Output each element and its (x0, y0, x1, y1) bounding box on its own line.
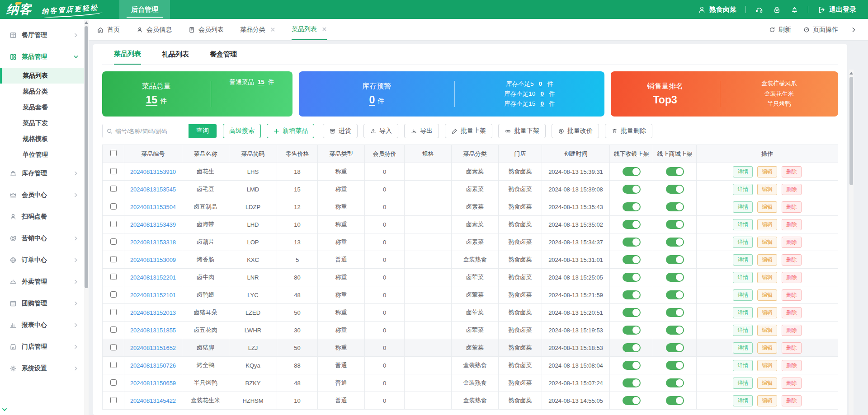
detail-button[interactable]: 详情 (733, 219, 753, 230)
offline-pos-toggle[interactable] (623, 396, 641, 405)
export-button[interactable]: 导出 (404, 124, 439, 138)
online-mall-toggle[interactable] (666, 220, 684, 229)
tab-member-info[interactable]: 会员信息 (136, 19, 172, 40)
sidebar-item-reports[interactable]: 报表中心 (0, 314, 84, 336)
advanced-search-button[interactable]: 高级搜索 (223, 124, 261, 138)
dish-id-link[interactable]: 20240813152013 (130, 309, 176, 316)
subtab-gift-list[interactable]: 礼品列表 (162, 44, 189, 65)
detail-button[interactable]: 详情 (733, 254, 753, 266)
logout-button[interactable]: 退出登录 (817, 5, 856, 14)
offline-pos-toggle[interactable] (623, 378, 641, 387)
detail-button[interactable]: 详情 (733, 289, 753, 301)
delete-button[interactable]: 删除 (782, 395, 802, 406)
dish-id-link[interactable]: 20240813153009 (130, 256, 176, 263)
detail-button[interactable]: 详情 (733, 201, 753, 213)
delete-button[interactable]: 删除 (782, 166, 802, 177)
offline-pos-toggle[interactable] (623, 202, 641, 211)
sidebar-item-marketing[interactable]: 营销中心 (0, 228, 84, 249)
sidebar-scrollbar[interactable] (84, 19, 89, 415)
search-button[interactable]: 查询 (189, 124, 217, 138)
online-mall-toggle[interactable] (666, 378, 684, 387)
user-menu[interactable]: 熟食卤菜 (698, 5, 736, 14)
delete-button[interactable]: 删除 (782, 307, 802, 318)
scroll-up-arrow-icon[interactable] (849, 72, 853, 75)
online-mall-toggle[interactable] (666, 396, 684, 405)
content-scrollbar[interactable] (849, 70, 854, 415)
edit-button[interactable]: 编辑 (757, 325, 777, 336)
sidebar-subitem-dish-category[interactable]: 菜品分类 (0, 84, 84, 99)
online-mall-toggle[interactable] (666, 167, 684, 176)
sidebar-item-orders[interactable]: 订单中心 (0, 249, 84, 271)
delete-button[interactable]: 删除 (782, 342, 802, 354)
row-checkbox[interactable] (110, 221, 117, 227)
stock-low-15-link[interactable]: 0 (539, 99, 545, 109)
row-checkbox[interactable] (110, 186, 117, 192)
sidebar-subitem-spec-template[interactable]: 规格模板 (0, 131, 84, 147)
sidebar-subitem-dish-list[interactable]: 菜品列表 (0, 68, 84, 84)
sidebar-item-dishes[interactable]: 菜品管理 (0, 46, 84, 68)
offline-pos-toggle[interactable] (623, 308, 641, 317)
row-checkbox[interactable] (110, 326, 117, 333)
scrollbar-thumb[interactable] (85, 26, 88, 288)
tab-home[interactable]: 首页 (97, 19, 120, 40)
delete-button[interactable]: 删除 (782, 254, 802, 266)
batch-on-shelf-button[interactable]: 批量上架 (445, 124, 492, 138)
sidebar-item-takeout[interactable]: 外卖管理 (0, 271, 84, 293)
dish-id-link[interactable]: 20240813150659 (130, 380, 176, 387)
sidebar-item-settings[interactable]: 系统设置 (0, 358, 84, 379)
edit-button[interactable]: 编辑 (757, 395, 777, 406)
detail-button[interactable]: 详情 (733, 307, 753, 318)
detail-button[interactable]: 详情 (733, 342, 753, 354)
add-dish-button[interactable]: 新增菜品 (267, 124, 314, 138)
dish-id-link[interactable]: 20240813152201 (130, 274, 176, 281)
offline-pos-toggle[interactable] (623, 290, 641, 299)
subtab-dish-list[interactable]: 菜品列表 (114, 44, 141, 65)
scrollbar-thumb[interactable] (849, 77, 853, 185)
batch-off-shelf-button[interactable]: 批量下架 (498, 124, 546, 138)
detail-button[interactable]: 详情 (733, 325, 753, 336)
sidebar-subitem-unit-management[interactable]: 单位管理 (0, 147, 84, 163)
offline-pos-toggle[interactable] (623, 326, 641, 335)
dish-id-link[interactable]: 20240813150726 (130, 362, 176, 369)
sidebar-item-stores[interactable]: 门店管理 (0, 336, 84, 358)
row-checkbox[interactable] (110, 362, 117, 368)
import-button[interactable]: 导入 (363, 124, 398, 138)
row-checkbox[interactable] (110, 238, 117, 245)
subtab-mealbox-management[interactable]: 餐盒管理 (210, 44, 237, 65)
edit-button[interactable]: 编辑 (757, 272, 777, 283)
dish-id-link[interactable]: 20240813153318 (130, 239, 176, 246)
online-mall-toggle[interactable] (666, 326, 684, 335)
stock-low-5-link[interactable]: 0 (537, 79, 543, 89)
delete-button[interactable]: 删除 (782, 237, 802, 248)
stock-warning-link[interactable]: 0 (369, 94, 375, 106)
detail-button[interactable]: 详情 (733, 360, 753, 371)
detail-button[interactable]: 详情 (733, 166, 753, 177)
batch-price-button[interactable]: 批量改价 (552, 124, 599, 138)
batch-delete-button[interactable]: 批量删除 (605, 124, 652, 138)
sidebar-item-restaurant[interactable]: 餐厅管理 (0, 24, 84, 46)
edit-button[interactable]: 编辑 (757, 342, 777, 354)
row-checkbox[interactable] (110, 256, 117, 262)
bell-icon[interactable] (790, 5, 799, 14)
dish-id-link[interactable]: 20240813151652 (130, 345, 176, 351)
lock-icon[interactable] (773, 5, 781, 14)
edit-button[interactable]: 编辑 (757, 254, 777, 266)
detail-button[interactable]: 详情 (733, 237, 753, 248)
dish-id-link[interactable]: 20240813153545 (130, 186, 176, 193)
row-checkbox[interactable] (110, 203, 117, 210)
close-icon[interactable] (322, 27, 327, 32)
offline-pos-toggle[interactable] (623, 273, 641, 282)
delete-button[interactable]: 删除 (782, 378, 802, 389)
row-checkbox[interactable] (110, 168, 117, 174)
sidebar-subitem-dish-combo[interactable]: 菜品套餐 (0, 99, 84, 115)
dish-total-link[interactable]: 15 (146, 94, 158, 106)
online-mall-toggle[interactable] (666, 361, 684, 370)
stock-low-10-link[interactable]: 0 (539, 89, 545, 99)
search-input[interactable] (103, 124, 189, 138)
online-mall-toggle[interactable] (666, 290, 684, 299)
sidebar-item-group-buy[interactable]: 团购管理 (0, 293, 84, 314)
sidebar-scroll-down-icon[interactable] (1, 406, 8, 415)
online-mall-toggle[interactable] (666, 273, 684, 282)
row-checkbox[interactable] (110, 397, 117, 403)
dish-id-link[interactable]: 20240813151855 (130, 327, 176, 334)
